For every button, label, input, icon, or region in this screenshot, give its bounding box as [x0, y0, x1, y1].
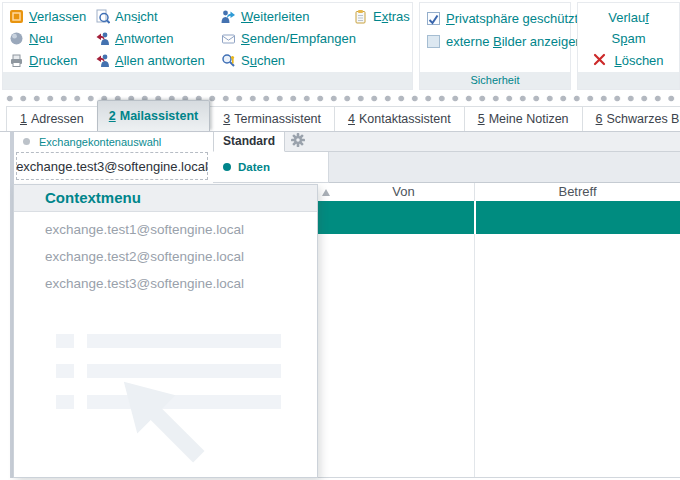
main-tabstrip: 1Adressen 2Mailassistent 3Terminassisten… — [0, 103, 680, 132]
print-icon — [9, 53, 24, 68]
delete-icon — [593, 53, 608, 68]
context-menu: Contextmenu exchange.test1@softengine.lo… — [13, 184, 318, 478]
reply-icon — [95, 31, 110, 46]
sort-column-header[interactable] — [318, 183, 333, 201]
placeholder-square — [56, 395, 74, 409]
column-divider — [474, 234, 475, 477]
toolbar-group-main: Verlassen Neu Drucken Ansicht Antworten … — [2, 2, 413, 90]
toolbar-item-verlassen[interactable]: Verlassen — [9, 6, 95, 28]
toolbar-item-ansicht[interactable]: Ansicht — [95, 6, 221, 28]
exchange-panel-header: Exchangekontenauswahl — [14, 132, 210, 151]
placeholder-square — [56, 364, 74, 378]
toolbar-group-sicherheit: Privatsphäre geschützt externe Bilder an… — [419, 2, 571, 90]
toolbar-group-actions: Verlauf Spam Löschen — [577, 2, 680, 90]
selected-mail-row[interactable] — [318, 201, 680, 234]
checkbox-unchecked-icon[interactable] — [427, 35, 440, 48]
toolbar-group-actions-strip — [578, 72, 679, 89]
section-row-filler — [329, 152, 680, 183]
settings-button[interactable] — [285, 132, 311, 151]
context-menu-item-account3[interactable]: exchange.test3@softengine.local — [14, 270, 317, 297]
new-icon — [9, 31, 24, 46]
toolbar-item-neu[interactable]: Neu — [9, 28, 95, 50]
toolbar-item-drucken[interactable]: Drucken — [9, 49, 95, 71]
toolbar-item-verlauf[interactable]: Verlauf — [578, 7, 679, 28]
toolbar-item-suchen[interactable]: Suchen — [221, 49, 353, 71]
section-daten[interactable]: Daten — [213, 152, 329, 183]
bullet-icon — [23, 138, 30, 145]
tab-kontaktassistent[interactable]: 4Kontaktassistent — [334, 106, 465, 131]
sicherheit-group-label: Sicherheit — [420, 72, 570, 89]
mail-assistant-window: Verlassen Neu Drucken Ansicht Antworten … — [0, 0, 680, 480]
context-menu-item-account1[interactable]: exchange.test1@softengine.local — [14, 216, 317, 243]
toolbar-item-allen-antworten[interactable]: Allen antworten — [95, 49, 221, 71]
extras-icon — [353, 9, 368, 24]
checkbox-privatsphaere[interactable]: Privatsphäre geschützt — [427, 11, 570, 26]
toolbar-item-senden-empfangen[interactable]: Senden/Empfangen — [221, 28, 353, 50]
cursor-arrow-icon — [112, 370, 212, 470]
toolbar-group-main-strip — [3, 72, 412, 89]
exit-icon — [9, 9, 24, 24]
reply-all-icon — [95, 53, 110, 68]
exchange-panel-title: Exchangekontenauswahl — [39, 136, 161, 148]
gear-icon — [291, 133, 305, 151]
tab-standard[interactable]: Standard — [213, 132, 285, 152]
toolbar-item-loeschen[interactable]: Löschen — [578, 50, 679, 71]
context-menu-title: Contextmenu — [14, 185, 317, 212]
toolbar-item-extras[interactable]: Extras — [353, 6, 409, 28]
tab-mailassistent[interactable]: 2Mailassistent — [97, 100, 210, 131]
tab-meine-notizen[interactable]: 5Meine Notizen — [464, 106, 583, 131]
section-row: Daten — [213, 152, 680, 183]
exchange-account-select[interactable]: exchange.test3@softengine.local — [16, 152, 208, 180]
send-receive-icon — [221, 31, 236, 46]
checkbox-checked-icon[interactable] — [427, 12, 440, 25]
search-icon — [221, 53, 236, 68]
exchange-account-value: exchange.test3@softengine.local — [16, 159, 208, 174]
placeholder-bar — [87, 334, 281, 348]
checkbox-externe-bilder[interactable]: externe Bilder anzeigen — [427, 34, 570, 49]
forward-icon — [221, 9, 236, 24]
context-menu-item-account2[interactable]: exchange.test2@softengine.local — [14, 243, 317, 270]
column-header-betreff[interactable]: Betreff — [474, 183, 680, 201]
tab-terminassistent[interactable]: 3Terminassistent — [209, 106, 335, 131]
toolbar-item-spam[interactable]: Spam — [578, 28, 679, 49]
sort-asc-icon — [322, 189, 330, 196]
column-header-von[interactable]: Von — [333, 183, 474, 201]
tab-schwarzes-brett[interactable]: 6Schwarzes Brett — [582, 106, 680, 131]
toolbar-item-antworten[interactable]: Antworten — [95, 28, 221, 50]
tab-adressen[interactable]: 1Adressen — [6, 106, 98, 131]
toolbar-item-weiterleiten[interactable]: Weiterleiten — [221, 6, 353, 28]
placeholder-square — [56, 334, 74, 348]
column-divider — [474, 201, 476, 234]
view-tabstrip: Standard — [213, 132, 680, 152]
section-daten-label: Daten — [238, 161, 270, 173]
view-icon — [95, 9, 110, 24]
bullet-icon — [223, 163, 231, 171]
